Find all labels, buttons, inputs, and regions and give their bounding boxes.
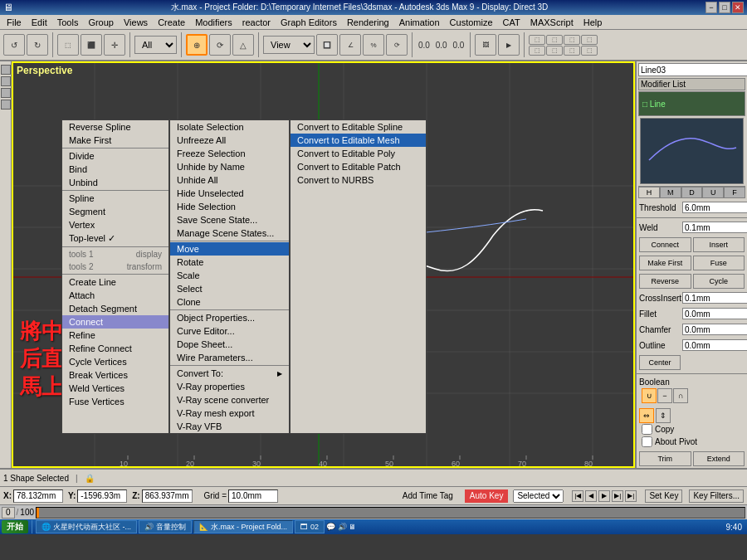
reverse-btn[interactable]: Reverse — [639, 274, 691, 289]
fillet-input[interactable] — [682, 308, 747, 319]
menu-group[interactable]: Group — [83, 15, 119, 29]
weld-input[interactable] — [682, 222, 747, 233]
menu-modifiers[interactable]: Modifiers — [190, 15, 237, 29]
ctx-rotate[interactable]: Rotate — [170, 256, 289, 269]
tab-u[interactable]: U — [702, 187, 724, 198]
taskbar-ie-btn[interactable]: 🌐 火星时代动画大社区 -... — [36, 520, 137, 533]
ctx-refine[interactable]: Refine — [62, 329, 168, 342]
z-value[interactable]: 863.937mm — [142, 489, 193, 503]
tab-f[interactable]: F — [724, 187, 745, 198]
mirror-h-btn[interactable]: ⇕ — [656, 408, 671, 423]
boolean-intersect-btn[interactable]: ∩ — [673, 388, 688, 403]
next-frame-btn[interactable]: ▶| — [612, 490, 623, 502]
menu-graph-editors[interactable]: Graph Editors — [276, 15, 342, 29]
ctx-break-vertices[interactable]: Break Vertices — [62, 368, 168, 382]
ctx-segment[interactable]: Segment — [62, 205, 168, 218]
menu-cat[interactable]: CAT — [498, 15, 525, 29]
tb-icon-2[interactable]: ⬚ — [546, 35, 563, 45]
menu-rendering[interactable]: Rendering — [342, 15, 394, 29]
taskbar-vol-btn[interactable]: 🔊 音量控制 — [139, 520, 192, 533]
ctx-clone[interactable]: Clone — [170, 295, 289, 309]
tab-h[interactable]: H — [638, 187, 660, 198]
render-button[interactable]: ▶ — [498, 34, 520, 56]
menu-maxscript[interactable]: MAXScript — [525, 15, 579, 29]
ctx-hide-unselected[interactable]: Hide Unselected — [170, 187, 289, 200]
ctx-convert-editable-mesh[interactable]: Convert to Editable Mesh — [290, 134, 426, 147]
auto-key-btn[interactable]: Auto Key — [465, 489, 509, 503]
ctx-detach-segment[interactable]: Detach Segment — [62, 302, 168, 315]
add-time-tag-btn[interactable]: Add Time Tag — [403, 491, 453, 500]
ctx-unhide-all[interactable]: Unhide All — [170, 173, 289, 187]
set-key-btn[interactable]: Set Key — [645, 489, 682, 503]
lt-btn-1[interactable] — [1, 65, 11, 75]
go-end-btn[interactable]: ▶| — [625, 490, 637, 502]
prev-frame-btn[interactable]: ◀ — [585, 490, 597, 502]
viewport-area[interactable]: 10 20 30 40 50 60 70 80 Pers — [12, 61, 635, 468]
ctx-freeze-selection[interactable]: Freeze Selection — [170, 147, 289, 160]
undo-button[interactable]: ↺ — [3, 34, 25, 56]
tb-icon-7[interactable]: ⬚ — [564, 46, 580, 56]
render-setup-button[interactable]: 🖼 — [475, 34, 496, 56]
ctx-unhide-by-name[interactable]: Unhide by Name — [170, 160, 289, 173]
extend-btn[interactable]: Extend — [693, 451, 745, 466]
spinner-snap-button[interactable]: ⟳ — [386, 34, 408, 56]
ctx-save-scene-state[interactable]: Save Scene State... — [170, 213, 289, 226]
ctx-vray-scene-conv[interactable]: V-Ray scene converter — [170, 393, 289, 407]
boolean-subtract-btn[interactable]: − — [657, 388, 672, 403]
ctx-manage-scene-states[interactable]: Manage Scene States... — [170, 226, 289, 240]
tb-icon-1[interactable]: ⬚ — [529, 35, 545, 45]
taskbar-3ds-btn[interactable]: 📐 水.max - Project Fold... — [193, 520, 293, 533]
menu-reactor[interactable]: reactor — [237, 15, 276, 29]
about-pivot-checkbox[interactable] — [642, 436, 652, 447]
lt-btn-4[interactable] — [1, 100, 11, 110]
view-coord-dropdown[interactable]: View — [263, 36, 315, 54]
outline-input[interactable] — [682, 339, 747, 351]
tb-icon-6[interactable]: ⬚ — [546, 46, 563, 56]
ctx-unbind[interactable]: Unbind — [62, 176, 168, 189]
ctx-spline[interactable]: Spline — [62, 192, 168, 205]
select-region-button[interactable]: ⬛ — [81, 34, 102, 56]
menu-customize[interactable]: Customize — [445, 15, 498, 29]
angle-snap-button[interactable]: ∠ — [339, 34, 361, 56]
lt-btn-3[interactable] — [1, 88, 11, 98]
named-selection-dropdown[interactable]: All — [134, 36, 177, 54]
move-button[interactable]: ✛ — [104, 34, 125, 56]
menu-file[interactable]: File — [2, 15, 27, 29]
menu-edit[interactable]: Edit — [27, 15, 52, 29]
insert-btn[interactable]: Insert — [693, 237, 745, 252]
ctx-curve-editor[interactable]: Curve Editor... — [170, 324, 289, 338]
ctx-convert-editable-patch[interactable]: Convert to Editable Patch — [290, 160, 426, 173]
ctx-reverse-spline[interactable]: Reverse Spline — [62, 120, 168, 134]
ctx-convert-to[interactable]: Convert To:▶ — [170, 367, 289, 380]
menu-create[interactable]: Create — [153, 15, 190, 29]
mirror-icon-btn[interactable]: ⇔ — [639, 408, 654, 423]
scale-transform-button[interactable]: △ — [232, 34, 254, 56]
ctx-cycle-vertices[interactable]: Cycle Vertices — [62, 355, 168, 368]
minimize-button[interactable]: − — [706, 2, 717, 13]
ctx-bind[interactable]: Bind — [62, 163, 168, 176]
move-transform-button[interactable]: ⊕ — [186, 34, 208, 56]
ctx-move[interactable]: Move — [170, 242, 289, 256]
ctx-select-m[interactable]: Select — [170, 282, 289, 295]
ctx-divide[interactable]: Divide — [62, 149, 168, 163]
tb-icon-3[interactable]: ⬚ — [564, 35, 580, 45]
ctx-create-line[interactable]: Create Line — [62, 275, 168, 289]
ctx-wire-parameters[interactable]: Wire Parameters... — [170, 351, 289, 364]
ctx-weld-vertices[interactable]: Weld Vertices — [62, 382, 168, 395]
ctx-tools1[interactable]: tools 1display — [62, 248, 168, 261]
ctx-connect[interactable]: Connect — [62, 315, 168, 329]
maximize-button[interactable]: □ — [719, 2, 730, 13]
x-value[interactable]: 78.132mm — [13, 489, 63, 503]
y-value[interactable]: -1596.93m — [77, 489, 127, 503]
ctx-convert-editable-spline[interactable]: Convert to Editable Spline — [290, 120, 426, 134]
cycle-btn[interactable]: Cycle — [693, 274, 745, 289]
menu-help[interactable]: Help — [579, 15, 608, 29]
ctx-isolate-selection[interactable]: Isolate Selection — [170, 120, 289, 134]
ctx-vray-vfb[interactable]: V-Ray VFB — [170, 420, 289, 433]
ctx-obj-properties[interactable]: Object Properties... — [170, 311, 289, 324]
tb-icon-5[interactable]: ⬚ — [529, 46, 545, 56]
ctx-vray-mesh-export[interactable]: V-Ray mesh export — [170, 407, 289, 420]
connect-btn[interactable]: Connect — [639, 237, 691, 252]
play-btn[interactable]: ▶ — [598, 490, 610, 502]
copy-checkbox[interactable] — [642, 424, 652, 435]
